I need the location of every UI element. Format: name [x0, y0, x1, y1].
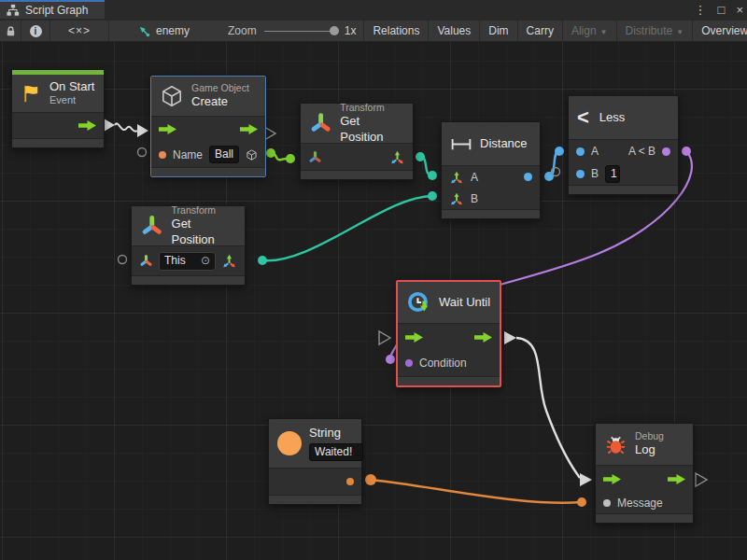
info-button[interactable]: i	[21, 21, 49, 41]
node-footer	[132, 276, 245, 285]
tab-bar: Script Graph ⋮ □ ×	[0, 0, 747, 21]
toolbar-button-align[interactable]: Align ▼	[563, 21, 616, 41]
value-input-port-a[interactable]	[576, 147, 585, 156]
transform-input-port[interactable]	[308, 150, 322, 164]
node-title: Distance	[480, 136, 528, 151]
vector3-input-port[interactable]	[449, 170, 464, 185]
graph-hierarchy-icon	[7, 4, 20, 17]
port-label: A	[591, 145, 599, 158]
port-label: Condition	[419, 357, 467, 370]
node-create-gameobject[interactable]: Game Object Create Name Ball	[150, 76, 266, 177]
string-output-port[interactable]	[346, 478, 354, 485]
node-title: Less	[599, 110, 625, 125]
node-get-position-top[interactable]: Transform Get Position	[300, 103, 414, 180]
condition-input-port[interactable]	[405, 359, 413, 367]
node-on-start[interactable]: On Start Event	[11, 69, 105, 148]
port-label: B	[591, 167, 599, 180]
string-icon	[277, 431, 302, 455]
node-title: String	[309, 426, 363, 441]
node-subtitle: Event	[49, 94, 94, 107]
toolbar-button-carry[interactable]: Carry	[518, 21, 562, 41]
float-output-port[interactable]	[524, 173, 532, 181]
script-graph-window: Script Graph ⋮ □ × i <×>	[0, 0, 747, 560]
node-wait-until[interactable]: Wait Until Condition	[396, 280, 501, 387]
toolbar-button-dim[interactable]: Dim	[480, 21, 516, 41]
port-label: A	[471, 171, 478, 184]
port-label: B	[471, 192, 478, 205]
script-graph-asset-icon	[138, 25, 150, 37]
port-label: Message	[617, 497, 663, 510]
transform-input-port[interactable]	[139, 254, 153, 268]
string-value-field[interactable]: Waited!	[309, 443, 363, 461]
info-icon: i	[30, 25, 42, 37]
vector3-output-port[interactable]	[221, 253, 237, 269]
node-title: On Start	[49, 79, 94, 94]
window-controls: ⋮ □ ×	[695, 0, 743, 21]
transform-icon	[140, 214, 164, 238]
flow-input-port[interactable]	[159, 124, 176, 134]
node-title: Wait Until	[439, 295, 490, 310]
gameobject-type-icon[interactable]	[246, 147, 258, 162]
node-category: Game Object	[191, 82, 249, 94]
node-debug-log[interactable]: Debug Log Message	[595, 423, 694, 524]
target-object-field[interactable]: This ⊙	[159, 252, 216, 271]
flow-output-port[interactable]	[240, 124, 258, 134]
flow-input-port[interactable]	[405, 332, 423, 343]
flow-output-port[interactable]	[474, 332, 492, 343]
node-footer	[151, 168, 265, 176]
tab-title: Script Graph	[25, 4, 88, 17]
maximize-icon[interactable]: □	[718, 0, 726, 21]
graph-breadcrumb[interactable]: enemy	[130, 21, 198, 41]
flow-output-port[interactable]	[78, 120, 96, 131]
b-value-field[interactable]: 1	[605, 165, 620, 183]
node-distance[interactable]: Distance A B	[441, 121, 541, 219]
toolbar-separator	[108, 21, 109, 41]
zoom-label: Zoom	[228, 24, 257, 37]
node-less[interactable]: < Less A A < B B 1	[568, 95, 679, 195]
message-input-port[interactable]	[603, 499, 611, 507]
distance-icon	[450, 137, 472, 151]
flag-icon	[21, 83, 42, 105]
zoom-slider-handle[interactable]	[330, 26, 339, 35]
node-string[interactable]: String Waited!	[268, 418, 362, 505]
flow-input-port[interactable]	[603, 474, 621, 484]
flow-output-port[interactable]	[668, 474, 685, 484]
zoom-value: 1x	[345, 24, 357, 37]
gameobject-cube-icon	[160, 84, 184, 108]
node-category: Debug	[635, 430, 664, 442]
zoom-slider-track	[264, 31, 339, 33]
lock-icon	[5, 25, 17, 37]
dropdown-arrow-icon: ▼	[676, 28, 684, 36]
name-value-field[interactable]: Ball	[209, 146, 239, 163]
graph-name-label: enemy	[156, 24, 190, 37]
node-title: Log	[635, 442, 664, 457]
node-get-position-left[interactable]: Transform Get Position This ⊙	[131, 205, 246, 286]
result-label: A < B	[628, 145, 655, 158]
node-footer	[569, 186, 678, 194]
toolbar-button-values[interactable]: Values	[429, 21, 479, 41]
node-footer	[398, 377, 500, 385]
wait-until-clock-icon	[406, 290, 431, 315]
bool-output-port[interactable]	[662, 147, 670, 156]
zoom-slider[interactable]	[264, 21, 339, 41]
node-footer	[301, 171, 413, 179]
vector3-input-port[interactable]	[449, 191, 464, 206]
toolbar-button-distribute[interactable]: Distribute ▼	[617, 21, 693, 41]
toolbar-button-relations[interactable]: Relations	[364, 21, 428, 41]
lock-button[interactable]	[0, 21, 21, 41]
tab-script-graph[interactable]: Script Graph	[0, 0, 105, 19]
node-footer	[442, 210, 540, 218]
graph-toolbar: i <×> enemy Zoom 1x Relations Values Dim	[0, 21, 747, 42]
port-label: Name	[173, 148, 203, 161]
value-input-port-b[interactable]	[576, 170, 585, 178]
object-picker-icon[interactable]: ⊙	[201, 254, 210, 268]
code-view-button[interactable]: <×>	[50, 21, 108, 41]
more-menu-icon[interactable]: ⋮	[695, 0, 707, 21]
less-icon: <	[577, 107, 589, 128]
string-input-port[interactable]	[159, 151, 166, 159]
toolbar-button-overview[interactable]: Overview	[693, 21, 747, 41]
vector3-output-port[interactable]	[389, 149, 405, 165]
node-title: Get Position	[172, 217, 236, 247]
close-icon[interactable]: ×	[736, 0, 743, 21]
node-category: Transform	[340, 102, 404, 114]
